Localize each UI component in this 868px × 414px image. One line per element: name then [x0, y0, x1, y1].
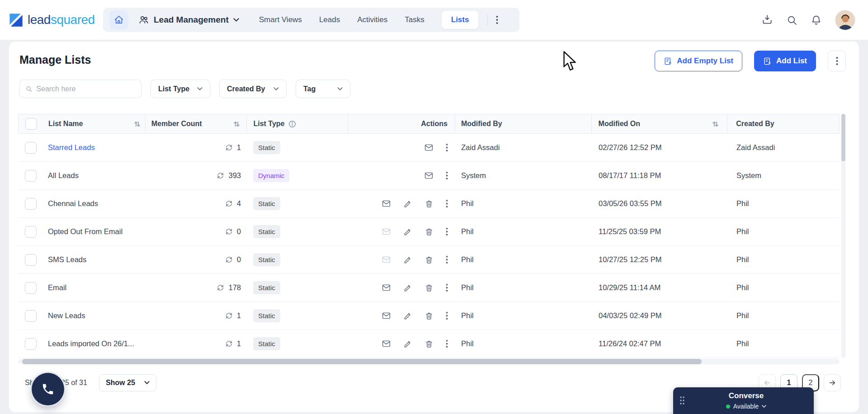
delete-list-button[interactable] [425, 199, 434, 208]
modified-by-value: Phil [461, 283, 474, 292]
edit-list-button[interactable] [403, 283, 412, 292]
select-all-checkbox[interactable] [25, 118, 37, 130]
edit-list-button[interactable] [403, 199, 412, 208]
row-checkbox[interactable] [25, 142, 37, 154]
created-by-value: Phil [736, 311, 749, 320]
row-more-button[interactable] [446, 143, 448, 152]
send-email-button[interactable] [424, 171, 434, 180]
page-size-dropdown[interactable]: Show 25 [99, 374, 156, 391]
info-icon[interactable] [288, 120, 296, 128]
notifications-button[interactable] [811, 14, 822, 26]
sync-icon[interactable] [217, 284, 224, 292]
kebab-icon [446, 255, 448, 264]
sort-arrows-icon[interactable] [134, 121, 141, 127]
home-button[interactable] [109, 10, 128, 29]
modified-on-value: 08/17/17 11:18 PM [599, 171, 661, 179]
modified-by-value: System [461, 171, 486, 179]
send-email-button[interactable] [382, 199, 391, 208]
sync-icon[interactable] [225, 228, 233, 235]
avatar[interactable] [835, 10, 855, 30]
edit-list-button[interactable] [403, 255, 412, 264]
row-more-button[interactable] [446, 171, 448, 180]
vertical-scrollbar-thumb[interactable] [841, 114, 845, 161]
created-by-filter-label: Created By [227, 85, 265, 93]
delete-list-button[interactable] [425, 311, 434, 320]
row-more-button[interactable] [446, 199, 448, 208]
sync-icon[interactable] [225, 200, 233, 207]
row-more-button[interactable] [446, 227, 448, 236]
edit-list-button[interactable] [403, 311, 412, 320]
send-email-button[interactable] [382, 311, 391, 320]
envelope-icon [424, 171, 434, 180]
list-type-filter[interactable]: List Type [151, 80, 210, 98]
send-email-button[interactable] [382, 255, 391, 264]
edit-list-button[interactable] [403, 227, 412, 236]
phone-call-fab[interactable] [32, 373, 64, 405]
next-page-button[interactable] [824, 374, 841, 391]
page-more-button[interactable] [828, 51, 846, 71]
inbox-button[interactable] [761, 14, 773, 26]
arrow-left-icon [763, 379, 771, 387]
sort-arrows-icon[interactable] [233, 121, 240, 127]
vertical-scrollbar[interactable] [841, 114, 845, 358]
sync-icon[interactable] [217, 172, 224, 179]
tab-activities[interactable]: Activities [357, 15, 387, 24]
send-email-button[interactable] [424, 143, 434, 152]
row-checkbox[interactable] [25, 338, 37, 350]
tab-tasks[interactable]: Tasks [405, 15, 424, 24]
tab-leads[interactable]: Leads [319, 15, 340, 24]
converse-status[interactable]: Available [726, 403, 767, 410]
list-name[interactable]: Starred Leads [48, 143, 95, 151]
chevron-down-icon [144, 381, 150, 385]
sync-icon[interactable] [225, 340, 233, 348]
search-button[interactable] [786, 14, 797, 26]
edit-list-button[interactable] [403, 339, 412, 348]
row-checkbox[interactable] [25, 282, 37, 294]
horizontal-scrollbar-thumb[interactable] [22, 359, 702, 364]
leadsquared-logo-text: leadsquared [28, 13, 95, 27]
sync-icon[interactable] [225, 312, 233, 320]
delete-list-button[interactable] [425, 255, 434, 264]
created-by-value: Zaid Assadi [736, 143, 775, 151]
row-more-button[interactable] [446, 311, 448, 320]
column-header-member-count: Member Count [151, 120, 202, 128]
table-row: Opted Out From Email0StaticPhil11/25/25 … [18, 218, 840, 246]
row-checkbox[interactable] [25, 198, 37, 210]
send-email-button[interactable] [382, 227, 391, 236]
list-type-filter-label: List Type [158, 85, 189, 93]
sync-icon[interactable] [225, 144, 233, 151]
sync-icon[interactable] [225, 256, 233, 263]
workspace-selector[interactable]: Lead Management [138, 14, 239, 25]
delete-list-button[interactable] [425, 339, 434, 348]
row-checkbox[interactable] [25, 226, 37, 238]
pencil-icon [403, 339, 412, 348]
converse-widget[interactable]: Converse Available [673, 387, 814, 414]
add-empty-list-button[interactable]: Add Empty List [655, 51, 742, 71]
horizontal-scrollbar[interactable] [18, 359, 840, 364]
column-header-created-by: Created By [736, 120, 774, 128]
top-navigation-bar: leadsquared Lead Management Smart Views … [0, 0, 868, 40]
row-checkbox[interactable] [25, 254, 37, 266]
add-list-button[interactable]: Add List [754, 51, 816, 71]
created-by-value: Phil [736, 255, 749, 263]
row-more-button[interactable] [446, 339, 448, 348]
row-more-button[interactable] [446, 255, 448, 264]
leadsquared-logo[interactable]: leadsquared [9, 0, 95, 40]
send-email-button[interactable] [382, 283, 391, 292]
nav-more-button[interactable] [492, 14, 502, 26]
created-by-filter[interactable]: Created By [219, 80, 287, 98]
topbar-right-icons [761, 0, 855, 40]
delete-list-button[interactable] [425, 227, 434, 236]
tab-lists[interactable]: Lists [442, 11, 479, 29]
delete-list-button[interactable] [425, 283, 434, 292]
row-checkbox[interactable] [25, 170, 37, 182]
kebab-icon [446, 311, 448, 320]
row-more-button[interactable] [446, 283, 448, 292]
drag-handle-icon[interactable] [679, 396, 685, 405]
sort-arrows-icon[interactable] [712, 121, 719, 127]
tag-filter[interactable]: Tag [296, 80, 350, 98]
send-email-button[interactable] [382, 339, 391, 348]
search-input[interactable] [36, 85, 136, 93]
row-checkbox[interactable] [25, 310, 37, 322]
tab-smart-views[interactable]: Smart Views [259, 15, 302, 24]
